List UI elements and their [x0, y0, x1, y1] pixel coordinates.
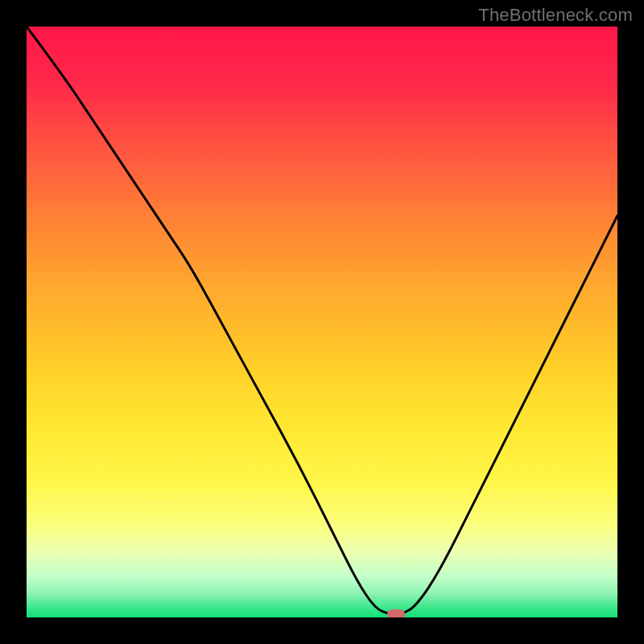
bottleneck-curve: [27, 27, 617, 617]
minimum-marker: [387, 609, 405, 617]
chart-frame: TheBottleneck.com: [0, 0, 644, 644]
plot-area: [27, 27, 617, 617]
watermark-label: TheBottleneck.com: [478, 5, 633, 26]
